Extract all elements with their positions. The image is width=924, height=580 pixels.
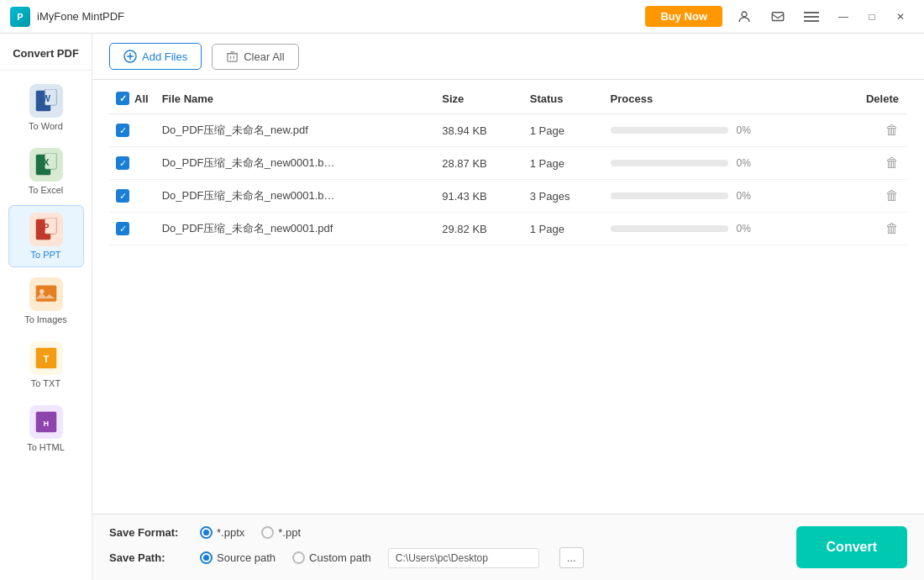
progress-bar-wrap-0 (611, 127, 728, 134)
message-icon[interactable] (766, 5, 790, 29)
delete-button-2[interactable]: 🗑 (885, 188, 899, 203)
bottom-panel: Save Format: *.pptx *.ppt Save Path: (92, 514, 924, 580)
trash-icon (226, 50, 239, 63)
table-row: ✓ Do_PDF压缩_未命名_new0001.b… 91.43 KB 3 Pag… (109, 180, 907, 213)
svg-text:T: T (43, 354, 49, 364)
save-format-row: Save Format: *.pptx *.ppt (109, 526, 780, 539)
pptx-radio-inner (203, 530, 209, 535)
svg-rect-23 (228, 53, 237, 61)
select-all-checkbox[interactable]: ✓ (116, 92, 129, 105)
col-delete: Delete (835, 80, 907, 114)
to-word-icon: W (29, 84, 63, 118)
sidebar-item-to-txt-label: To TXT (31, 378, 60, 388)
progress-bar-wrap-1 (611, 160, 728, 166)
close-button[interactable]: ✕ (887, 5, 914, 29)
delete-button-3[interactable]: 🗑 (885, 221, 899, 235)
source-radio-inner (203, 555, 209, 561)
progress-bar-wrap-2 (611, 192, 728, 199)
convert-button[interactable]: Convert (796, 526, 907, 568)
row-progress-2: 0% (604, 180, 836, 213)
browse-button[interactable]: ... (559, 547, 584, 568)
to-images-icon (29, 277, 63, 311)
row-size-0: 38.94 KB (435, 114, 522, 147)
format-ppt-radio[interactable]: *.ppt (261, 526, 301, 539)
path-input[interactable] (388, 548, 539, 568)
sidebar-item-to-images[interactable]: To Images (8, 271, 84, 331)
col-file-name: File Name (155, 80, 436, 114)
svg-text:X: X (43, 157, 49, 167)
to-txt-icon: T (29, 341, 63, 375)
row-filename-1: Do_PDF压缩_未命名_new0001.b… (155, 147, 436, 180)
account-icon[interactable] (732, 5, 756, 29)
to-excel-icon: X (29, 148, 63, 182)
svg-rect-1 (772, 12, 784, 20)
svg-text:H: H (43, 419, 48, 428)
pptx-radio-outer (200, 526, 213, 539)
svg-rect-14 (35, 286, 56, 302)
file-table: ✓ All File Name Size Status Process Dele… (109, 80, 907, 245)
sidebar-item-to-excel[interactable]: X To Excel (8, 141, 84, 202)
row-status-1: 1 Page (523, 147, 604, 180)
titlebar-icons (732, 5, 823, 29)
progress-pct-2: 0% (737, 190, 751, 202)
to-html-icon: H (29, 405, 63, 439)
svg-text:W: W (42, 93, 50, 103)
row-size-1: 28.87 KB (435, 147, 522, 180)
minimize-button[interactable]: — (830, 5, 857, 29)
table-header: ✓ All File Name Size Status Process Dele… (109, 80, 907, 114)
col-process: Process (604, 80, 836, 114)
app-logo: P (10, 7, 30, 27)
ppt-radio-outer (261, 526, 274, 539)
row-checkbox-0[interactable]: ✓ (116, 124, 129, 137)
window-controls: — □ ✕ (830, 5, 914, 29)
format-pptx-radio[interactable]: *.pptx (200, 526, 244, 539)
maximize-button[interactable]: □ (858, 5, 885, 29)
custom-path-radio[interactable]: Custom path (292, 551, 371, 564)
col-size: Size (435, 80, 522, 114)
sidebar-header: Convert PDF (0, 40, 92, 71)
row-checkbox-3[interactable]: ✓ (116, 222, 129, 235)
source-path-radio[interactable]: Source path (200, 551, 276, 564)
main-content: Add Files Clear All ✓ All (92, 34, 924, 580)
row-checkbox-1[interactable]: ✓ (116, 156, 129, 170)
row-delete-cell-3: 🗑 (835, 213, 907, 245)
col-all: ✓ All (109, 80, 155, 114)
row-checkbox-cell: ✓ (109, 213, 155, 245)
app-body: Convert PDF W To Word X To Excel P To PP… (0, 34, 924, 580)
sidebar-item-to-images-label: To Images (24, 314, 67, 324)
custom-radio-outer (292, 551, 305, 564)
sidebar-item-to-word[interactable]: W To Word (8, 77, 84, 138)
delete-button-1[interactable]: 🗑 (885, 156, 899, 170)
sidebar-item-to-txt[interactable]: T To TXT (8, 335, 84, 395)
row-checkbox-2[interactable]: ✓ (116, 189, 129, 203)
sidebar-item-to-word-label: To Word (29, 121, 63, 131)
toolbar: Add Files Clear All (92, 34, 924, 80)
format-section: Save Format: *.pptx *.ppt Save Path: (109, 526, 780, 568)
progress-bar-wrap-3 (611, 225, 728, 232)
row-filename-2: Do_PDF压缩_未命名_new0001.b… (155, 180, 436, 213)
clear-all-button[interactable]: Clear All (212, 44, 298, 70)
sidebar-item-to-ppt-label: To PPT (30, 250, 60, 260)
row-size-3: 29.82 KB (435, 213, 522, 245)
col-status: Status (523, 80, 604, 114)
row-delete-cell-1: 🗑 (835, 147, 907, 180)
row-status-3: 1 Page (523, 213, 604, 245)
sidebar-item-to-ppt[interactable]: P To PPT (8, 205, 84, 267)
table-row: ✓ Do_PDF压缩_未命名_new0001.pdf 29.82 KB 1 Pa… (109, 213, 907, 245)
delete-button-0[interactable]: 🗑 (885, 123, 899, 137)
source-radio-outer (200, 551, 213, 564)
file-table-body: ✓ Do_PDF压缩_未命名_new.pdf 38.94 KB 1 Page 0… (109, 114, 907, 245)
buy-now-button[interactable]: Buy Now (645, 6, 722, 27)
row-progress-0: 0% (604, 114, 836, 147)
table-row: ✓ Do_PDF压缩_未命名_new0001.b… 28.87 KB 1 Pag… (109, 147, 907, 180)
row-progress-3: 0% (604, 213, 836, 245)
row-checkbox-cell: ✓ (109, 114, 155, 147)
sidebar-item-to-html[interactable]: H To HTML (8, 398, 84, 459)
add-files-button[interactable]: Add Files (109, 43, 202, 70)
sidebar-item-to-excel-label: To Excel (29, 185, 64, 195)
save-format-label: Save Format: (109, 526, 193, 539)
menu-icon[interactable] (800, 5, 823, 29)
sidebar-item-to-html-label: To HTML (27, 442, 65, 452)
app-title: iMyFone MintPDF (37, 10, 645, 23)
titlebar: P iMyFone MintPDF Buy Now — □ ✕ (0, 0, 924, 34)
